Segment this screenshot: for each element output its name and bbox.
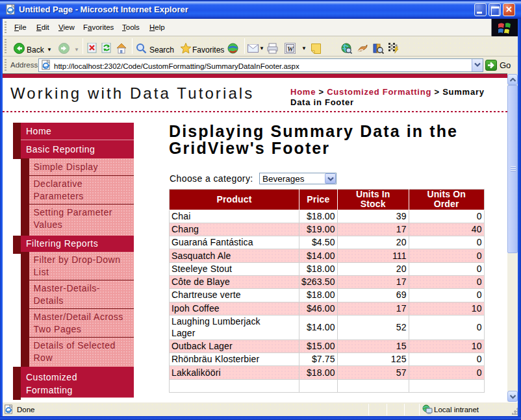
svg-text:W: W	[287, 45, 294, 53]
